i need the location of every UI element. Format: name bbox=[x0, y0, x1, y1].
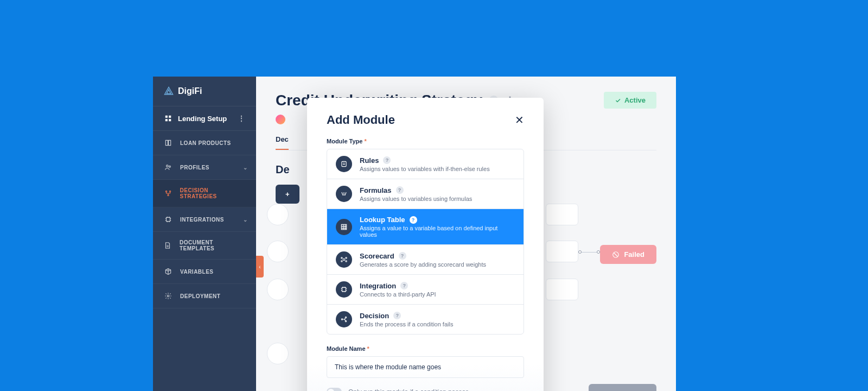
brand-logo: DigiFi bbox=[153, 77, 256, 106]
close-icon[interactable]: ✕ bbox=[515, 113, 524, 127]
sidebar-item-label: PROFILES bbox=[180, 165, 209, 171]
sidebar-section-header[interactable]: Lending Setup ⋮ bbox=[153, 106, 256, 131]
flow-card[interactable] bbox=[546, 204, 578, 225]
tab-decision[interactable]: Dec bbox=[276, 135, 289, 150]
svg-point-16 bbox=[343, 258, 345, 261]
flow-card[interactable] bbox=[546, 279, 578, 300]
failed-label: Failed bbox=[624, 250, 644, 258]
svg-line-12 bbox=[614, 253, 618, 256]
help-icon[interactable]: ? bbox=[396, 186, 404, 194]
connector-dot bbox=[578, 250, 582, 254]
toggle-condition-row[interactable]: Only run this module if a condition pass… bbox=[327, 388, 524, 391]
type-desc: Generates a score by adding scorecard we… bbox=[360, 261, 515, 268]
help-icon[interactable]: ? bbox=[410, 216, 417, 224]
sidebar-item-decision-strategies[interactable]: DECISION STRATEGIES bbox=[153, 180, 256, 207]
module-type-integration[interactable]: Integration ? Connects to a third-party … bbox=[327, 275, 524, 305]
flow-card[interactable] bbox=[267, 204, 289, 225]
type-name: Rules bbox=[360, 156, 379, 165]
sidebar-item-label: LOAN PRODUCTS bbox=[180, 140, 231, 146]
type-name: Integration bbox=[360, 282, 396, 290]
avatar bbox=[276, 115, 285, 124]
sidebar-item-loan-products[interactable]: LOAN PRODUCTS bbox=[153, 131, 256, 155]
gear-icon bbox=[164, 292, 173, 300]
svg-rect-1 bbox=[169, 116, 171, 118]
status-label: Active bbox=[624, 96, 646, 104]
chevron-down-icon: ⌄ bbox=[243, 217, 248, 223]
module-type-rules[interactable]: Rules ? Assigns values to variables with… bbox=[327, 149, 524, 179]
svg-rect-21 bbox=[342, 288, 346, 292]
sidebar-item-variables[interactable]: VARIABLES bbox=[153, 260, 256, 284]
sidebar-item-document-templates[interactable]: DOCUMENT TEMPLATES bbox=[153, 232, 256, 260]
type-icon bbox=[336, 186, 352, 202]
sidebar-item-profiles[interactable]: PROFILES⌄ bbox=[153, 155, 256, 180]
book-icon bbox=[164, 138, 173, 147]
svg-rect-9 bbox=[167, 218, 170, 222]
chevron-down-icon: ⌄ bbox=[243, 165, 248, 171]
module-type-list: Rules ? Assigns values to variables with… bbox=[327, 149, 524, 335]
doc-icon bbox=[164, 241, 172, 250]
help-icon[interactable]: ? bbox=[393, 312, 401, 319]
check-icon bbox=[615, 97, 621, 104]
data-api-pill[interactable]: Data API bbox=[589, 384, 656, 391]
failed-pill[interactable]: Failed bbox=[600, 245, 656, 264]
help-icon[interactable]: ? bbox=[383, 156, 391, 164]
flow-card[interactable] bbox=[546, 241, 578, 262]
sidebar-header-label: Lending Setup bbox=[178, 115, 238, 123]
type-icon bbox=[336, 311, 352, 327]
logo-icon bbox=[164, 86, 174, 96]
type-name: Decision bbox=[360, 312, 389, 320]
type-icon bbox=[336, 156, 352, 172]
ban-icon bbox=[612, 251, 620, 258]
type-name: Scorecard bbox=[360, 252, 394, 260]
type-desc: Assigns a value to a variable based on d… bbox=[360, 225, 515, 238]
svg-point-4 bbox=[167, 165, 169, 167]
svg-point-17 bbox=[341, 257, 342, 258]
flow-card[interactable] bbox=[267, 241, 289, 262]
chip-icon bbox=[164, 215, 173, 224]
users-icon bbox=[164, 163, 173, 172]
grid-icon bbox=[164, 114, 173, 123]
sidebar: DigiFi Lending Setup ⋮ LOAN PRODUCTSPROF… bbox=[153, 77, 256, 391]
sidebar-item-label: DEPLOYMENT bbox=[180, 293, 220, 299]
collapse-sidebar-button[interactable]: ‹ bbox=[256, 256, 264, 278]
flow-card[interactable] bbox=[267, 279, 289, 300]
type-desc: Assigns values to variables using formul… bbox=[360, 195, 515, 202]
module-type-scorecard[interactable]: Scorecard ? Generates a score by adding … bbox=[327, 245, 524, 275]
svg-point-22 bbox=[341, 319, 342, 320]
module-type-decision[interactable]: Decision ? Ends the process if a conditi… bbox=[327, 305, 524, 334]
module-name-input[interactable] bbox=[327, 356, 524, 378]
help-icon[interactable]: ? bbox=[399, 252, 406, 260]
help-icon[interactable]: ? bbox=[400, 282, 408, 289]
module-type-lookup-table[interactable]: Lookup Table ? Assigns a value to a vari… bbox=[327, 209, 524, 245]
module-type-formulas[interactable]: Formulas ? Assigns values to variables u… bbox=[327, 179, 524, 209]
flow-card[interactable] bbox=[267, 343, 289, 364]
svg-rect-15 bbox=[341, 224, 346, 229]
modal-header: Add Module ✕ bbox=[327, 113, 524, 127]
type-desc: Ends the process if a condition fails bbox=[360, 321, 515, 327]
toggle-condition[interactable] bbox=[327, 388, 342, 391]
connector bbox=[579, 252, 599, 253]
add-module-modal: Add Module ✕ Module Type * Rules ? Assig… bbox=[307, 98, 544, 391]
sidebar-item-label: DOCUMENT TEMPLATES bbox=[180, 239, 245, 251]
module-name-label: Module Name * bbox=[327, 345, 524, 352]
type-name: Lookup Table bbox=[360, 216, 405, 224]
svg-rect-3 bbox=[169, 119, 171, 121]
type-name: Formulas bbox=[360, 186, 392, 194]
more-icon[interactable]: ⋮ bbox=[238, 115, 245, 122]
sidebar-item-label: INTEGRATIONS bbox=[180, 217, 224, 223]
cube-icon bbox=[164, 267, 173, 276]
svg-point-20 bbox=[346, 261, 347, 262]
svg-point-8 bbox=[168, 194, 169, 195]
sidebar-item-label: DECISION STRATEGIES bbox=[180, 187, 245, 199]
brand-name: DigiFi bbox=[178, 86, 202, 96]
sidebar-item-deployment[interactable]: DEPLOYMENT bbox=[153, 284, 256, 308]
add-button[interactable]: + bbox=[276, 185, 299, 204]
svg-point-6 bbox=[165, 191, 167, 192]
sidebar-item-integrations[interactable]: INTEGRATIONS⌄ bbox=[153, 207, 256, 232]
svg-point-5 bbox=[169, 166, 170, 167]
type-icon bbox=[336, 219, 352, 235]
module-type-label: Module Type * bbox=[327, 138, 524, 144]
svg-point-7 bbox=[169, 191, 170, 192]
status-badge: Active bbox=[604, 92, 656, 109]
type-icon bbox=[336, 281, 352, 298]
